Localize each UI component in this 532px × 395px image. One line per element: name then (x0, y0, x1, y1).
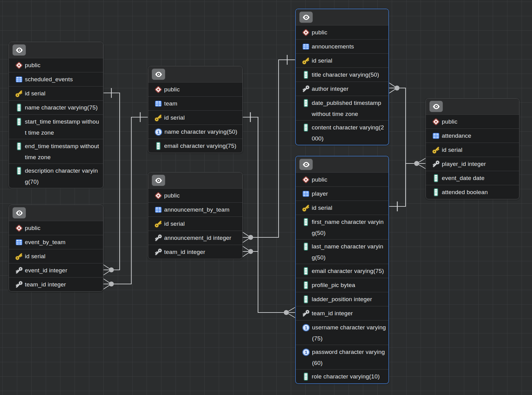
table-name-row-label: player (312, 188, 328, 199)
column-row: id serial (296, 201, 388, 215)
schema-row-label: public (164, 84, 180, 95)
relationship-edge (243, 55, 295, 243)
column-row-label: player_id integer (442, 159, 486, 170)
column-icon (302, 281, 310, 290)
schema-row: public (296, 25, 388, 39)
column-row-label: ladder_position integer (312, 294, 372, 305)
relationship-edge (103, 88, 120, 275)
unique-constraint-icon: 1 (302, 348, 310, 356)
schema-icon (432, 118, 440, 126)
column-row: team_id integer (9, 277, 103, 291)
table-icon (154, 100, 162, 107)
eye-icon (154, 71, 163, 78)
eye-icon (432, 103, 441, 110)
eye-icon (154, 177, 163, 184)
column-row-label: author integer (312, 83, 349, 94)
schema-row: public (148, 82, 242, 96)
visibility-toggle-button[interactable] (299, 158, 313, 171)
primary-key-icon (432, 146, 440, 154)
schema-icon (302, 176, 310, 184)
visibility-toggle-button[interactable] (12, 44, 26, 56)
column-row-label: username character varying(75) (312, 322, 386, 344)
table-node-team[interactable]: public team id serial 1name character va… (148, 66, 243, 153)
table-node-header (148, 172, 242, 188)
unique-constraint-icon: 1 (302, 324, 310, 332)
column-row-label: id serial (312, 55, 332, 66)
column-row: profile_pic bytea (296, 278, 388, 292)
column-row: announcement_id integer (148, 231, 242, 245)
visibility-toggle-button[interactable] (299, 11, 313, 23)
column-row-label: team_id integer (164, 247, 205, 258)
column-icon (15, 142, 23, 151)
column-row-label: profile_pic bytea (312, 280, 355, 291)
table-node-scheduled_events[interactable]: public scheduled_events id serial name c… (9, 42, 103, 188)
table-name-row-label: announcement_by_team (164, 204, 229, 215)
schema-row: public (9, 58, 103, 72)
column-row-label: announcement_id integer (164, 232, 231, 244)
table-node-attendance[interactable]: public attendance id serial player_id in… (426, 98, 519, 199)
column-row: ladder_position integer (296, 292, 388, 306)
column-row: id serial (9, 249, 103, 263)
table-node-header (148, 66, 242, 82)
visibility-toggle-button[interactable] (429, 100, 443, 113)
column-row: id serial (148, 110, 242, 125)
column-row: email character varying(75) (148, 139, 242, 153)
column-icon (302, 267, 310, 275)
column-row: team_id integer (296, 306, 388, 320)
column-row: first_name character varying(50) (296, 215, 388, 239)
table-name-row-label: team (164, 98, 177, 109)
eye-icon (302, 161, 311, 168)
column-icon (155, 142, 162, 150)
table-node-event_by_team[interactable]: public event_by_team id serial event_id … (9, 205, 103, 292)
table-node-header (296, 9, 388, 25)
column-icon (15, 103, 23, 112)
visibility-toggle-button[interactable] (151, 174, 166, 186)
unique-constraint-icon: 1 (154, 128, 163, 136)
table-node-announcement_by_team[interactable]: public announcement_by_team id serial an… (148, 172, 243, 259)
foreign-key-icon (302, 309, 310, 317)
column-icon (302, 99, 310, 107)
table-name-row: announcements (296, 39, 388, 53)
table-name-row-label: announcements (312, 41, 354, 52)
primary-key-icon (154, 220, 162, 228)
column-row: last_name character varying(50) (296, 239, 388, 264)
table-icon (432, 132, 440, 140)
column-row-label: end_time timestamp without time zone (25, 141, 101, 163)
svg-text:1: 1 (305, 349, 307, 355)
table-icon (15, 239, 23, 246)
column-row: id serial (296, 53, 388, 67)
table-node-header (9, 42, 103, 58)
table-icon (302, 43, 310, 50)
column-row-label: description character varying(70) (25, 165, 101, 187)
table-name-row-label: attendance (442, 130, 471, 141)
relationship-edge (103, 112, 148, 289)
column-row-label: id serial (25, 88, 45, 99)
column-row-label: team_id integer (25, 279, 66, 290)
column-row: name character varying(75) (9, 100, 103, 114)
svg-text:1: 1 (305, 325, 307, 330)
visibility-toggle-button[interactable] (151, 68, 166, 80)
schema-row: public (296, 172, 388, 186)
column-row-label: attended boolean (442, 187, 488, 198)
schema-row: public (9, 221, 103, 235)
column-icon (302, 242, 310, 251)
column-row: description character varying(70) (9, 163, 103, 188)
table-node-player[interactable]: public player id serial first_name chara… (295, 156, 389, 384)
primary-key-icon (154, 114, 162, 122)
schema-icon (154, 192, 162, 200)
primary-key-icon (302, 57, 310, 65)
foreign-key-icon (15, 267, 23, 274)
column-row-label: team_id integer (312, 308, 353, 319)
column-row-label: id serial (312, 202, 332, 213)
table-name-row: scheduled_events (9, 72, 103, 86)
schema-row-label: public (312, 174, 327, 185)
column-row-label: name character varying(75) (25, 102, 98, 113)
eye-icon (15, 209, 24, 217)
erd-canvas[interactable]: public scheduled_events id serial name c… (0, 0, 532, 395)
column-icon (15, 117, 23, 126)
column-row-label: date_published timestamp without time zo… (312, 98, 386, 120)
table-node-announcements[interactable]: public announcements id serial title cha… (295, 9, 389, 145)
table-name-row-label: event_by_team (25, 237, 66, 248)
table-name-row: attendance (426, 128, 519, 143)
visibility-toggle-button[interactable] (12, 207, 26, 219)
